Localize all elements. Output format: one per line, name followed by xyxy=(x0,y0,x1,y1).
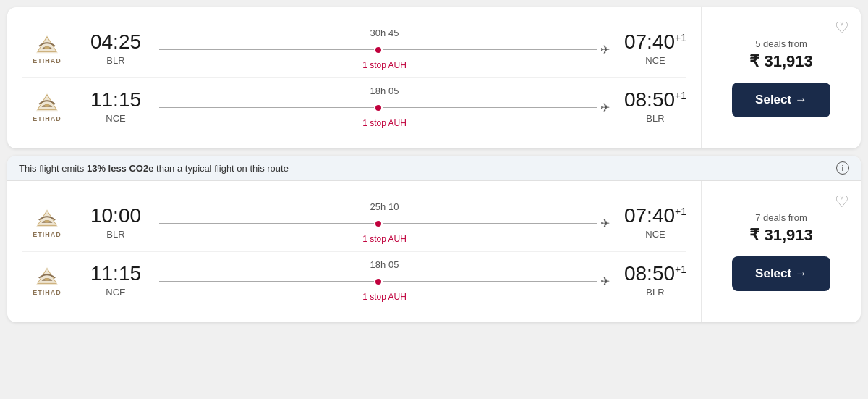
flight-row-outbound-1: ETIHAD 04:25 BLR 30h 45 ✈ xyxy=(22,20,686,78)
flight-row-return-1: ETIHAD 11:15 NCE 18h 05 ✈ xyxy=(22,78,686,135)
route-middle-4: 18h 05 ✈ 1 stop AUH xyxy=(145,259,624,302)
arrive-time-3: 07:40+1 NCE xyxy=(624,206,686,240)
svg-point-11 xyxy=(44,277,50,280)
etihad-icon-2 xyxy=(33,92,61,114)
price-1: ₹ 31,913 xyxy=(749,52,812,71)
etihad-icon-4 xyxy=(33,266,61,287)
route-line-3: ✈ xyxy=(159,217,610,230)
route-line-2: ✈ xyxy=(159,101,610,114)
airline-logo-2: ETIHAD xyxy=(22,92,72,122)
flight-row-outbound-2: ETIHAD 10:00 BLR 25h 10 ✈ xyxy=(22,194,686,252)
stop-dot-3 xyxy=(375,221,381,227)
airline-name-1: ETIHAD xyxy=(33,57,61,64)
etihad-icon-3 xyxy=(33,208,61,230)
airline-name-3: ETIHAD xyxy=(33,231,61,238)
plane-icon-1: ✈ xyxy=(600,43,610,56)
svg-point-5 xyxy=(44,104,50,106)
eco-info-icon-2[interactable]: i xyxy=(836,161,849,175)
eco-text-2: This flight emits 13% less CO2e than a t… xyxy=(19,163,289,174)
select-button-1[interactable]: Select → xyxy=(732,83,830,117)
depart-time-4: 11:15 NCE xyxy=(87,264,145,298)
flights-section-2: ETIHAD 10:00 BLR 25h 10 ✈ xyxy=(7,181,702,322)
deals-from-1: 5 deals from xyxy=(755,38,807,49)
deals-from-2: 7 deals from xyxy=(755,212,807,223)
stop-dot-4 xyxy=(375,279,381,285)
eco-banner-2: This flight emits 13% less CO2e than a t… xyxy=(7,156,861,181)
route-middle-3: 25h 10 ✈ 1 stop AUH xyxy=(145,201,624,244)
arrive-time-2: 08:50+1 BLR xyxy=(624,90,686,124)
price-section-1: ♡ 5 deals from ₹ 31,913 Select → xyxy=(702,7,861,148)
stop-label-1: 1 stop AUH xyxy=(362,60,407,70)
plane-icon-2: ✈ xyxy=(600,101,610,114)
airline-logo-4: ETIHAD xyxy=(22,266,72,296)
depart-time-2: 11:15 NCE xyxy=(87,90,145,124)
wishlist-icon-2[interactable]: ♡ xyxy=(835,193,849,211)
svg-point-2 xyxy=(44,46,50,49)
flight-card-1: ETIHAD 04:25 BLR 30h 45 ✈ xyxy=(7,7,861,148)
svg-marker-9 xyxy=(36,266,58,284)
depart-time-1: 04:25 BLR xyxy=(87,32,145,66)
plane-icon-3: ✈ xyxy=(600,217,610,230)
price-section-2: ♡ 7 deals from ₹ 31,913 Select → xyxy=(702,181,861,322)
stop-label-2: 1 stop AUH xyxy=(362,118,407,128)
etihad-icon xyxy=(33,34,61,56)
svg-marker-0 xyxy=(36,35,58,52)
price-2: ₹ 31,913 xyxy=(749,226,812,245)
arrive-time-1: 07:40+1 NCE xyxy=(624,32,686,66)
select-button-2[interactable]: Select → xyxy=(732,256,830,291)
stop-label-3: 1 stop AUH xyxy=(362,234,407,244)
wishlist-icon-1[interactable]: ♡ xyxy=(835,19,849,38)
airline-logo-3: ETIHAD xyxy=(22,208,72,238)
flights-section-1: ETIHAD 04:25 BLR 30h 45 ✈ xyxy=(7,7,702,148)
stop-dot-1 xyxy=(375,47,381,53)
route-middle-2: 18h 05 ✈ 1 stop AUH xyxy=(145,85,624,128)
flight-card-2: This flight emits 13% less CO2e than a t… xyxy=(7,156,861,322)
stop-dot-2 xyxy=(375,105,381,111)
route-line-1: ✈ xyxy=(159,43,610,56)
svg-marker-6 xyxy=(36,209,58,226)
airline-name-4: ETIHAD xyxy=(33,289,61,296)
route-middle-1: 30h 45 ✈ 1 stop AUH xyxy=(145,28,624,70)
flight-row-return-2: ETIHAD 11:15 NCE 18h 05 ✈ xyxy=(22,252,686,309)
route-line-4: ✈ xyxy=(159,274,610,288)
depart-time-3: 10:00 BLR xyxy=(87,206,145,240)
svg-point-8 xyxy=(44,219,50,222)
svg-marker-3 xyxy=(36,93,58,110)
plane-icon-4: ✈ xyxy=(600,274,610,288)
airline-logo-1: ETIHAD xyxy=(22,34,72,64)
airline-name-2: ETIHAD xyxy=(33,115,61,122)
arrive-time-4: 08:50+1 BLR xyxy=(624,264,686,298)
stop-label-4: 1 stop AUH xyxy=(362,292,407,302)
